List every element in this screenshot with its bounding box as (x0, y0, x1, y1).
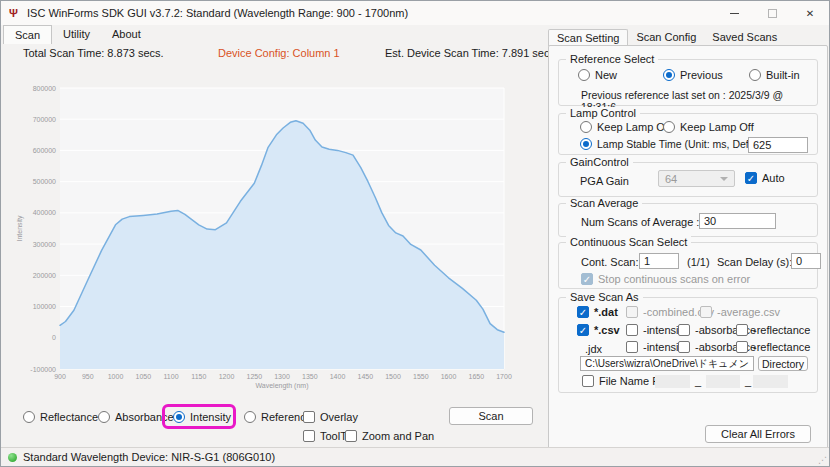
average-csv-label: -average.csv (717, 306, 780, 318)
svg-text:1700: 1700 (496, 373, 512, 380)
tab-saved-scans[interactable]: Saved Scans (704, 29, 785, 46)
checkbox-icon (303, 430, 315, 442)
checkbox-icon (581, 273, 593, 285)
window-controls: ✕ (715, 1, 829, 25)
cont-scan-ratio: (1/1) (687, 256, 710, 268)
group-title: Scan Average (566, 197, 642, 209)
prefix-separator: _ (695, 375, 701, 387)
save-directory-path-input[interactable] (580, 356, 754, 371)
builtin-label: Built-in (766, 69, 800, 81)
resize-grip-icon[interactable]: ⋰ (818, 455, 827, 465)
title-bar: Ψ ISC WinForms SDK GUI v3.7.2: Standard … (1, 1, 829, 25)
num-scans-input[interactable] (699, 213, 776, 229)
gain-control-group: GainControl PGA Gain 64 Auto (558, 162, 818, 197)
scan-setting-page: Reference Select New Previous Built-in P… (548, 45, 828, 453)
status-text: Standard Wavelength Device: NIR-S-G1 (80… (23, 451, 275, 463)
radio-keep-lamp-off[interactable]: Keep Lamp Off (663, 121, 754, 133)
tab-about[interactable]: About (101, 25, 152, 44)
radio-keep-lamp-on[interactable]: Keep Lamp On (580, 121, 671, 133)
device-config-label: Device Config: Column 1 (218, 47, 340, 59)
spectrum-chart: -100000010000020000030000040000050000060… (11, 59, 541, 399)
group-title: Lamp Control (566, 107, 640, 119)
radio-reference-previous[interactable]: Previous (663, 69, 723, 81)
group-title: Continuous Scan Select (566, 236, 691, 248)
close-button[interactable]: ✕ (791, 1, 829, 25)
prefix-field-2 (706, 375, 740, 388)
radio-dot (173, 411, 185, 423)
scan-delay-label: Scan Delay (s): (717, 256, 792, 268)
jdx-reflectance-label: -reflectance (753, 341, 810, 353)
radio-reference[interactable]: Reference (244, 411, 312, 423)
directory-button[interactable]: Directory (758, 356, 808, 371)
checkbox-zoom-and-pan[interactable]: Zoom and Pan (345, 430, 434, 442)
scan-button[interactable]: Scan (449, 407, 533, 425)
checkbox-icon (577, 306, 589, 318)
checkbox-icon (736, 324, 748, 336)
radio-intensity[interactable]: Intensity (173, 411, 231, 423)
scan-delay-input[interactable] (791, 253, 821, 269)
svg-text:1100: 1100 (163, 373, 178, 380)
maximize-button[interactable] (753, 1, 791, 25)
checkbox-csv-reflectance[interactable]: -reflectance (736, 324, 810, 336)
total-scan-time: Total Scan Time: 8.873 secs. (23, 47, 164, 59)
radio-dot (578, 69, 590, 81)
svg-text:100000: 100000 (33, 303, 56, 310)
intensity-highlight-box: Intensity (162, 404, 236, 429)
radio-intensity-label: Intensity (190, 411, 231, 423)
checkbox-icon (700, 306, 712, 318)
tab-utility[interactable]: Utility (52, 25, 101, 44)
tab-scan-config[interactable]: Scan Config (628, 29, 704, 46)
zoom-and-pan-label: Zoom and Pan (362, 430, 434, 442)
svg-text:950: 950 (82, 373, 94, 380)
svg-text:900: 900 (54, 373, 66, 380)
svg-text:-100000: -100000 (30, 366, 56, 373)
radio-dot (580, 138, 592, 150)
radio-reference-builtin[interactable]: Built-in (749, 69, 800, 81)
svg-text:1200: 1200 (219, 373, 235, 380)
radio-reference-new[interactable]: New (578, 69, 617, 81)
svg-text:1600: 1600 (441, 373, 457, 380)
tab-scan-setting[interactable]: Scan Setting (548, 29, 628, 46)
app-window: Ψ ISC WinForms SDK GUI v3.7.2: Standard … (0, 0, 830, 467)
radio-reflectance[interactable]: Reflectance (23, 411, 98, 423)
lamp-stable-time-input[interactable] (748, 137, 808, 153)
lamp-control-group: Lamp Control Keep Lamp On Keep Lamp Off … (558, 113, 818, 155)
checkbox-icon (345, 430, 357, 442)
overlay-label: Overlay (320, 411, 358, 423)
prefix-field-3 (753, 375, 788, 388)
svg-text:1650: 1650 (469, 373, 485, 380)
svg-text:600000: 600000 (33, 147, 56, 154)
radio-dot (749, 69, 761, 81)
svg-text:Wavelength (nm): Wavelength (nm) (255, 382, 308, 390)
clear-all-errors-button[interactable]: Clear All Errors (705, 425, 811, 443)
tab-scan[interactable]: Scan (3, 25, 52, 44)
previous-label: Previous (680, 69, 723, 81)
cont-scan-input[interactable] (639, 253, 679, 269)
prefix-field-1 (655, 375, 690, 388)
new-label: New (595, 69, 617, 81)
checkbox-csv[interactable]: *.csv (577, 324, 620, 336)
window-title: ISC WinForms SDK GUI v3.7.2: Standard (W… (27, 7, 408, 19)
svg-text:300000: 300000 (33, 241, 56, 248)
radio-dot (663, 69, 675, 81)
checkbox-auto-gain[interactable]: Auto (745, 172, 785, 184)
minimize-button[interactable] (715, 1, 753, 25)
device-connected-icon (8, 453, 17, 462)
checkbox-icon (626, 324, 638, 336)
svg-text:200000: 200000 (33, 272, 56, 279)
intensity-area-chart: -100000010000020000030000040000050000060… (11, 59, 541, 399)
reference-select-group: Reference Select New Previous Built-in P… (558, 59, 818, 106)
checkbox-stop-on-error: Stop continuous scans on error (581, 273, 750, 285)
svg-text:1500: 1500 (385, 373, 401, 380)
svg-text:400000: 400000 (33, 209, 56, 216)
checkbox-icon (303, 411, 315, 423)
radio-dot (23, 411, 35, 423)
pga-gain-dropdown[interactable]: 64 (658, 170, 735, 187)
svg-text:1300: 1300 (274, 373, 290, 380)
cont-scan-label: Cont. Scan: (581, 256, 638, 268)
checkbox-dat[interactable]: *.dat (577, 306, 618, 318)
checkbox-overlay[interactable]: Overlay (303, 411, 358, 423)
dat-label: *.dat (594, 306, 618, 318)
maximize-icon (768, 9, 777, 18)
checkbox-jdx-reflectance[interactable]: -reflectance (736, 341, 810, 353)
